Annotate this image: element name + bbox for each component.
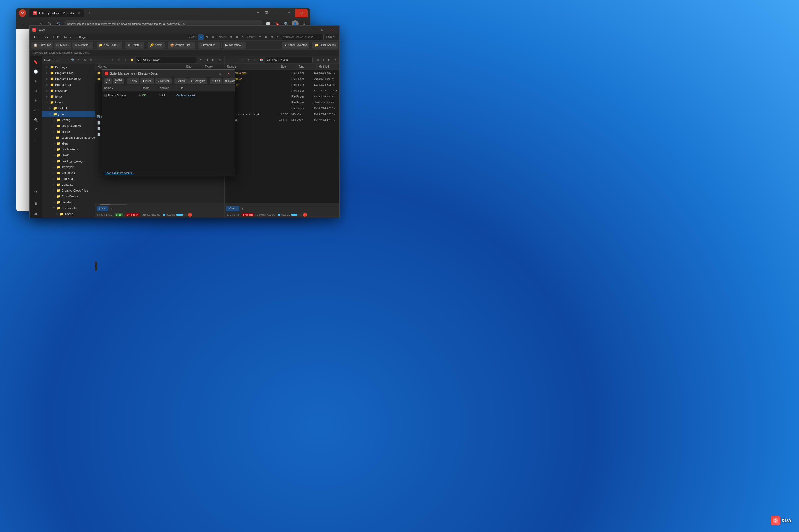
tree-item-crossdevice[interactable]: ▷ 📁 CrossDevice [42,193,95,200]
right-pane-path[interactable]: Libraries › Videos › [265,57,313,63]
tree-item-programdata[interactable]: ▷ 📁 ProgramData [42,82,95,88]
sidebar-bookmark-icon[interactable]: 🔖 [32,58,40,66]
new-tab-btn[interactable]: + [86,10,93,17]
new-folder-btn[interactable]: 📁 New Folder ▾ [96,42,122,49]
right-file-row-3[interactable]: 📁 File Folder 12/31/2024 10:27 AM [225,88,340,94]
tree-item-default[interactable]: ▷ 📁 Default [42,105,95,111]
right-pane-forward-btn[interactable]: → [233,57,238,62]
opus-maximize-btn[interactable]: □ [317,26,327,33]
sidebar-media-icon[interactable]: ⏸ [32,200,40,208]
dlg-col-status[interactable]: Status [139,85,158,91]
lister-icon-1[interactable]: ⊞ [257,35,263,40]
dlg-col-file[interactable]: File [177,85,235,91]
menu-edit[interactable]: Edit [41,35,51,40]
tree-search-btn[interactable]: 🔍 [71,58,75,62]
sidebar-download-icon[interactable]: ⬇ [32,77,40,86]
slideshow-btn[interactable]: ▶ Slideshow ▾ [223,42,246,49]
quick-access-btn[interactable]: 📁 Quick Access [312,42,338,49]
tree-item-documents[interactable]: ▽ 📁 Documents [42,205,95,211]
left-pane-forward-btn[interactable]: → [104,57,109,62]
tree-item-dotnet[interactable]: ▷ 📁 .dotnet [42,129,95,135]
left-pane-prev-btn[interactable]: ◀ [204,57,210,62]
left-pane-back-btn[interactable]: ← [97,57,103,62]
dialog-close-btn[interactable]: ✕ [224,70,233,77]
rename-btn[interactable]: ✏ Rename ▾ [72,42,93,49]
right-file-row-memories[interactable]: 🎬 old - My memories.mp4 2.92 GB MP4 Vide… [225,111,340,117]
tree-item-program-files-x86[interactable]: ▷ 📁 Program Files (x86) [42,76,95,82]
right-file-row-mp4-2[interactable]: 🎬 .mp4 4.21 GB MP4 Video 11/17/2024 3:29… [225,117,340,123]
left-pane-up-btn[interactable]: ↑ [110,57,115,62]
left-pane-next-btn[interactable]: ▶ [211,57,216,62]
tab-close-btn[interactable]: ✕ [77,12,80,15]
view-btn-1[interactable]: View ▾ [189,36,197,38]
sidebar-settings-icon[interactable]: ⚙ [32,188,40,196]
right-pane-next-btn[interactable]: ▶ [327,57,332,62]
tree-item-config[interactable]: ▷ 📁 .config [42,117,95,123]
opus-minimize-btn[interactable]: — [308,26,317,33]
left-pane-hscrollbar[interactable] [95,203,224,205]
browser-trash-icon[interactable]: 🗑 [262,9,271,15]
dialog-edit-btn[interactable]: ✏ Edit [210,78,222,84]
lister-icon-3[interactable]: ⊟ [269,35,274,40]
lister-icon-4[interactable]: ⊠ [275,35,280,40]
right-file-row-camera[interactable]: 📁 Camera pics File Folder 12/20/2023 9:2… [225,70,340,76]
browser-minimize-btn[interactable]: — [271,9,283,17]
opus-close-btn[interactable]: ✕ [327,26,337,33]
left-pane-close-pane-btn[interactable]: ✕ [217,57,222,62]
sidebar-sync-icon[interactable]: ⟲ [32,125,40,134]
right-col-name-header[interactable]: Name ▴ [225,63,278,70]
view-icon-detail[interactable]: ≡ [198,35,203,40]
tree-item-temp[interactable]: ▷ 📁 temp [42,94,95,99]
move-btn[interactable]: ✂ Move ▾ [54,42,71,49]
script-row-filterbycolumn[interactable]: ✓ FilterbyColumn ⚙ OK 1.8.1 ColSearch.js… [102,92,235,99]
left-pane-path[interactable]: C: › Users › joaoc › [135,57,197,63]
menu-settings[interactable]: Settings [73,35,88,40]
dialog-about-btn[interactable]: ℹ About [175,78,187,84]
admin-btn[interactable]: 🔑 Admin [148,42,164,49]
hscroll-track[interactable] [100,204,127,205]
right-file-row-5[interactable]: 📁 File Folder 8/1/2024 12:43 PM [225,99,340,105]
sidebar-history-icon[interactable]: ↺ [32,87,40,95]
script-checkbox[interactable]: ✓ [104,94,107,97]
tree-item-obs64[interactable]: ▷ 📁 obs64 [42,152,95,158]
tree-item-recovery[interactable]: ▷ 📁 Recovery [42,88,95,94]
col-type-header[interactable]: Type ▾ [203,63,224,70]
right-pane-back-btn[interactable]: ← [226,57,232,62]
download-more-link[interactable]: Download more scripts... [102,170,235,176]
dialog-new-btn[interactable]: ✦ New [127,78,139,84]
dialog-configure-btn[interactable]: ⚙ Configure [188,78,207,84]
dialog-minimize-btn[interactable]: — [208,70,216,77]
tree-item-icecream[interactable]: ▷ 📁 Icecream Screen Recorder [42,135,95,140]
sidebar-tag-icon[interactable]: 🏷 [32,106,40,114]
tree-close-btn[interactable]: ✕ [88,58,93,62]
right-file-row-4[interactable]: 📁 File Folder 11/18/2024 4:26 PM [225,94,340,99]
right-col-size-header[interactable]: Size [278,63,296,70]
tree-item-mobisystems[interactable]: ▷ 📁 mobisystems [42,147,95,152]
right-pane-home-btn[interactable]: ⌂ [252,57,258,62]
dialog-maximize-btn[interactable]: □ [216,70,224,77]
sidebar-plug-icon[interactable]: 🔌 [32,115,40,124]
left-pane-new-tab-btn[interactable]: + [109,206,114,211]
tree-item-dbus[interactable]: ▷ 📁 .dbus-keyrings [42,123,95,129]
dlg-col-name[interactable]: Name ▴ [102,85,139,91]
tree-item-creative-cloud[interactable]: ▷ 📁 Creative Cloud Files [42,188,95,193]
right-col-date-header[interactable]: Modified [317,63,340,70]
lister-btn[interactable]: Lister ▾ [247,36,255,38]
tree-item-program-files[interactable]: ▷ 📁 Program Files [42,70,95,76]
right-col-type-header[interactable]: Type [296,63,317,70]
properties-btn[interactable]: ℹ Properties ▾ [199,42,220,49]
right-pane-new-tab-btn[interactable]: + [240,206,245,211]
delete-btn[interactable]: 🗑 Delete ▾ [125,42,144,49]
browser-cloud-icon[interactable]: ☁ [254,9,262,15]
right-file-row-captures[interactable]: 📁 Captures File Folder 6/19/2024 1:59 PM [225,76,340,82]
opus-search-input[interactable] [281,34,324,40]
tree-item-users[interactable]: ▽ 📁 Users [42,99,95,105]
right-pane-hscrollbar[interactable] [225,203,340,205]
lister-icon-2[interactable]: ▦ [263,35,269,40]
browser-maximize-btn[interactable]: □ [283,9,295,17]
view-icon-list[interactable]: ▤ [210,35,215,40]
sidebar-add-icon[interactable]: + [32,135,40,143]
dialog-file-btn[interactable]: File ▾ [104,78,112,84]
browser-close-btn[interactable]: ✕ [295,9,308,17]
right-file-row-6[interactable]: 📁 File Folder 11/18/2024 3:23 PM [225,105,340,111]
